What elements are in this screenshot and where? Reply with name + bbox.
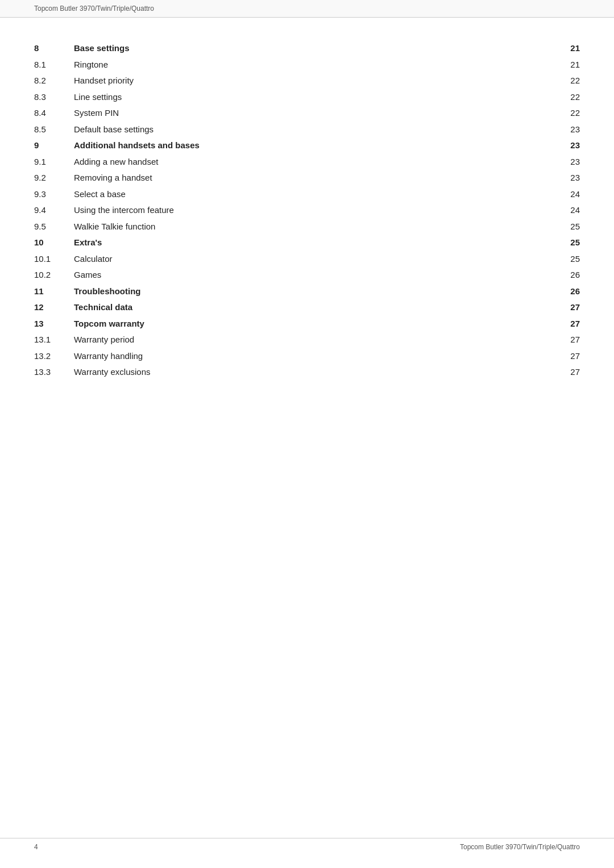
- toc-number: 9.3: [34, 186, 74, 203]
- toc-row: 9.5Walkie Talkie function25: [34, 219, 580, 235]
- toc-number: 12: [34, 299, 74, 316]
- toc-row: 8.4System PIN22: [34, 105, 580, 122]
- toc-row: 9.3Select a base24: [34, 186, 580, 203]
- toc-title: Warranty handling: [74, 348, 551, 365]
- toc-page: 21: [551, 57, 580, 73]
- toc-number: 9: [34, 137, 74, 154]
- toc-title: Removing a handset: [74, 170, 551, 186]
- toc-number: 11: [34, 283, 74, 300]
- toc-number: 8.3: [34, 89, 74, 106]
- toc-number: 8: [34, 40, 74, 57]
- toc-page: 27: [551, 364, 580, 381]
- toc-page: 23: [551, 154, 580, 170]
- content-area: 8Base settings218.1Ringtone218.2Handset …: [0, 18, 614, 426]
- toc-row: 13.2Warranty handling27: [34, 348, 580, 365]
- toc-page: 25: [551, 219, 580, 235]
- toc-number: 10.2: [34, 267, 74, 283]
- toc-title: Handset priority: [74, 73, 551, 89]
- toc-row: 9.4Using the intercom feature24: [34, 202, 580, 219]
- toc-title: Line settings: [74, 89, 551, 106]
- toc-row: 9.1Adding a new handset23: [34, 154, 580, 170]
- toc-page: 23: [551, 170, 580, 186]
- toc-row: 13Topcom warranty27: [34, 316, 580, 332]
- toc-number: 8.4: [34, 105, 74, 122]
- toc-row: 13.1Warranty period27: [34, 332, 580, 348]
- toc-page: 27: [551, 299, 580, 316]
- toc-title: System PIN: [74, 105, 551, 122]
- toc-page: 22: [551, 89, 580, 106]
- toc-number: 9.5: [34, 219, 74, 235]
- toc-page: 25: [551, 235, 580, 251]
- toc-number: 10.1: [34, 251, 74, 268]
- toc-title: Extra's: [74, 235, 551, 251]
- toc-page: 24: [551, 202, 580, 219]
- toc-row: 9Additional handsets and bases23: [34, 137, 580, 154]
- toc-title: Games: [74, 267, 551, 283]
- footer-page-number: 4: [34, 843, 38, 851]
- toc-page: 26: [551, 267, 580, 283]
- toc-row: 10.1Calculator25: [34, 251, 580, 268]
- toc-row: 10Extra's25: [34, 235, 580, 251]
- toc-row: 12Technical data27: [34, 299, 580, 316]
- toc-page: 23: [551, 137, 580, 154]
- toc-number: 13: [34, 316, 74, 332]
- toc-title: Ringtone: [74, 57, 551, 73]
- toc-page: 25: [551, 251, 580, 268]
- toc-page: 22: [551, 105, 580, 122]
- toc-number: 13.3: [34, 364, 74, 381]
- toc-row: 8.2Handset priority22: [34, 73, 580, 89]
- toc-number: 13.2: [34, 348, 74, 365]
- page-container: Topcom Butler 3970/Twin/Triple/Quattro 8…: [0, 0, 614, 868]
- toc-title: Topcom warranty: [74, 316, 551, 332]
- toc-title: Technical data: [74, 299, 551, 316]
- toc-title: Walkie Talkie function: [74, 219, 551, 235]
- toc-page: 24: [551, 186, 580, 203]
- toc-row: 11Troubleshooting26: [34, 283, 580, 300]
- toc-page: 26: [551, 283, 580, 300]
- toc-page: 27: [551, 348, 580, 365]
- footer-bar: 4 Topcom Butler 3970/Twin/Triple/Quattro: [0, 838, 614, 851]
- toc-page: 23: [551, 122, 580, 138]
- toc-page: 27: [551, 316, 580, 332]
- toc-number: 8.1: [34, 57, 74, 73]
- toc-page: 22: [551, 73, 580, 89]
- toc-title: Troubleshooting: [74, 283, 551, 300]
- toc-title: Adding a new handset: [74, 154, 551, 170]
- toc-number: 9.4: [34, 202, 74, 219]
- toc-page: 27: [551, 332, 580, 348]
- header-bar: Topcom Butler 3970/Twin/Triple/Quattro: [0, 0, 614, 18]
- footer-title: Topcom Butler 3970/Twin/Triple/Quattro: [460, 843, 580, 851]
- toc-row: 8Base settings21: [34, 40, 580, 57]
- toc-row: 8.3Line settings22: [34, 89, 580, 106]
- toc-title: Default base settings: [74, 122, 551, 138]
- toc-title: Additional handsets and bases: [74, 137, 551, 154]
- toc-number: 13.1: [34, 332, 74, 348]
- toc-title: Base settings: [74, 40, 551, 57]
- toc-row: 8.1Ringtone21: [34, 57, 580, 73]
- toc-title: Warranty exclusions: [74, 364, 551, 381]
- toc-number: 10: [34, 235, 74, 251]
- header-title: Topcom Butler 3970/Twin/Triple/Quattro: [34, 5, 154, 12]
- toc-row: 9.2Removing a handset23: [34, 170, 580, 186]
- toc-page: 21: [551, 40, 580, 57]
- toc-title: Using the intercom feature: [74, 202, 551, 219]
- toc-number: 9.1: [34, 154, 74, 170]
- toc-title: Calculator: [74, 251, 551, 268]
- toc-row: 13.3Warranty exclusions27: [34, 364, 580, 381]
- toc-number: 8.5: [34, 122, 74, 138]
- toc-number: 9.2: [34, 170, 74, 186]
- toc-title: Warranty period: [74, 332, 551, 348]
- toc-number: 8.2: [34, 73, 74, 89]
- toc-table: 8Base settings218.1Ringtone218.2Handset …: [34, 40, 580, 381]
- toc-row: 10.2Games26: [34, 267, 580, 283]
- toc-row: 8.5Default base settings23: [34, 122, 580, 138]
- toc-title: Select a base: [74, 186, 551, 203]
